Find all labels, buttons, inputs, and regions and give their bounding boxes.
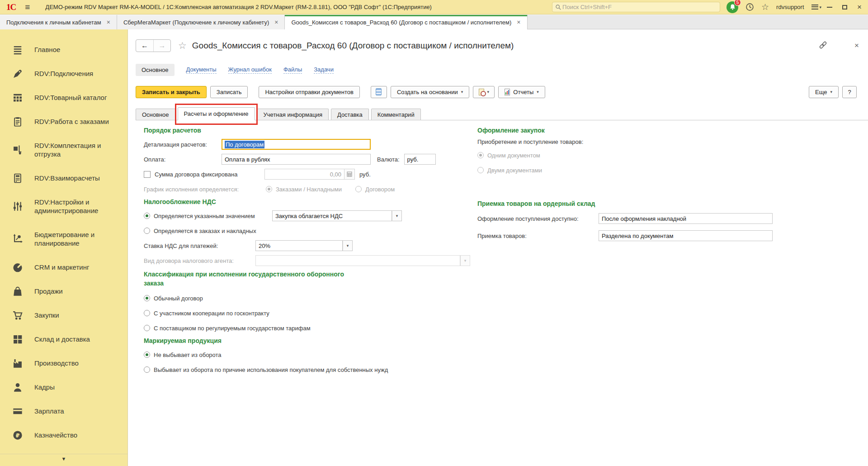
service-menu-button[interactable]: ▾	[811, 5, 822, 10]
radio-label: Одним документом	[487, 152, 540, 159]
receiving-available-label: Оформление поступления доступно:	[477, 215, 599, 222]
current-user[interactable]: rdvsupport	[776, 4, 804, 10]
forward-button[interactable]: →	[153, 40, 170, 52]
sidebar-item-rdv-orders[interactable]: RDV:Работа с заказами	[0, 109, 127, 133]
detail-input[interactable]: По договорам	[222, 139, 371, 150]
sidebar-scroll-down[interactable]: ▼	[0, 454, 127, 466]
currency-input[interactable]: руб.	[404, 154, 436, 165]
sidebar-item-production[interactable]: Производство	[0, 351, 127, 375]
sidebar-item-main[interactable]: Главное	[0, 38, 127, 62]
sidebar-item-treasury[interactable]: ₽ Казначейство	[0, 423, 127, 447]
tab-delivery[interactable]: Доставка	[331, 109, 369, 120]
main-menu-icon[interactable]: ≡	[25, 3, 30, 11]
save-and-close-button[interactable]: Записать и закрыть	[136, 86, 207, 98]
receiving-available-input[interactable]: После оформления накладной	[599, 213, 773, 224]
minimize-button[interactable]	[827, 7, 832, 8]
window-tab-goods-contract[interactable]: Goods_Комиссия с товаров_Расход 60 (Дого…	[285, 15, 527, 29]
radio-label: Заказами / Накладными	[276, 186, 342, 193]
marking-radio-leaves[interactable]	[144, 366, 150, 373]
create-based-on-button[interactable]: Создать на основании ▾	[391, 86, 469, 98]
chevron-down-icon: ▾	[830, 90, 832, 94]
purchases-radio-two-docs[interactable]	[477, 167, 484, 173]
fixed-sum-checkbox[interactable]	[144, 171, 151, 178]
defense-radio-normal[interactable]	[144, 295, 150, 301]
payment-input[interactable]: Оплата в рублях	[222, 154, 371, 165]
calculator-grid-icon	[347, 171, 352, 177]
sidebar-item-rdv-connections[interactable]: RDV:Подключения	[0, 62, 127, 86]
sidebar-item-warehouse[interactable]: Склад и доставка	[0, 327, 127, 351]
tab-close-icon[interactable]: ×	[274, 19, 278, 26]
dropdown-button[interactable]: ▾	[392, 210, 402, 221]
form-tab-bar: Основное Расчеты и оформление Учетная ин…	[136, 107, 868, 120]
sidebar-item-hr[interactable]: Кадры	[0, 375, 127, 399]
marking-radio-stays[interactable]	[144, 352, 150, 358]
restore-button[interactable]	[842, 5, 847, 10]
favorites-button[interactable]: ☆	[761, 2, 769, 12]
navlink-error-log[interactable]: Журнал ошибок	[228, 66, 272, 74]
sidebar-item-rdv-settlements[interactable]: RDV:Взаиморасчеты	[0, 166, 127, 190]
global-search[interactable]	[552, 2, 720, 12]
vat-rate-combobox[interactable]: 20% ▾	[255, 240, 353, 251]
receiving-goods-input[interactable]: Разделена по документам	[599, 230, 773, 241]
vat-value-combobox[interactable]: Закупка облагается НДС ▾	[272, 210, 402, 221]
navlink-files[interactable]: Файлы	[283, 66, 302, 74]
sidebar-item-sales[interactable]: Продажи	[0, 279, 127, 303]
defense-radio-cooperation[interactable]	[144, 310, 150, 316]
sidebar-item-crm[interactable]: CRM и маркетинг	[0, 255, 127, 279]
dropdown-button[interactable]: ▾	[460, 255, 470, 266]
receiving-goods-label: Приемка товаров:	[477, 233, 599, 239]
search-input[interactable]	[561, 3, 717, 11]
reports-button[interactable]: Отчеты ▾	[498, 86, 545, 98]
page-title: Goods_Комиссия с товаров_Расход 60 (Дого…	[192, 41, 514, 51]
schedule-radio-contract[interactable]	[355, 186, 362, 192]
window-tab-connections[interactable]: Подключения к личным кабинетам ×	[0, 15, 117, 29]
field-value: руб.	[407, 156, 419, 163]
back-button[interactable]: ←	[136, 40, 153, 52]
tab-label: Подключения к личным кабинетам	[6, 19, 101, 26]
purchases-radio-one-doc[interactable]	[477, 152, 484, 158]
tab-accounting-info[interactable]: Учетная информация	[257, 109, 329, 120]
chevron-down-icon: ▾	[464, 258, 467, 263]
vat-by-value-radio[interactable]	[144, 213, 150, 219]
tab-close-icon[interactable]: ×	[517, 19, 520, 26]
sidebar-item-purchasing[interactable]: Закупки	[0, 303, 127, 327]
agent-contract-combobox[interactable]: ▾	[255, 255, 470, 266]
create-task-button[interactable]: ▾	[473, 86, 495, 98]
vat-by-orders-radio[interactable]	[144, 228, 150, 234]
help-button[interactable]: ?	[842, 86, 857, 98]
tab-close-icon[interactable]: ×	[107, 19, 110, 26]
application-title: ДЕМО-режим RDV Маркет RM-KA-MODEL / 1С:К…	[45, 4, 432, 10]
catalog-grid-icon	[13, 93, 23, 103]
sidebar-item-rdv-catalog[interactable]: RDV:Товарный каталог	[0, 86, 127, 109]
subordination-structure-button[interactable]	[371, 86, 387, 98]
field-value: 0,00	[265, 169, 344, 179]
tab-main[interactable]: Основное	[136, 109, 175, 120]
window-tab-sbermegamarket[interactable]: СберМегаМаркет (Подключение к личному ка…	[117, 15, 285, 29]
sidebar-item-rdv-admin[interactable]: RDV:Настройки и администрирование	[0, 190, 127, 223]
navlink-documents[interactable]: Документы	[186, 66, 217, 74]
favorite-star-icon[interactable]: ☆	[178, 40, 187, 51]
send-settings-button[interactable]: Настройки отправки документов	[259, 86, 360, 98]
calculator-button[interactable]	[344, 169, 354, 179]
fixed-sum-input[interactable]: 0,00	[264, 169, 355, 180]
notifications-button[interactable]: 5	[726, 1, 738, 13]
tab-comment[interactable]: Комментарий	[371, 109, 421, 120]
save-button[interactable]: Записать	[210, 86, 248, 98]
sidebar-item-budgeting[interactable]: Бюджетирование и планирование	[0, 223, 127, 255]
defense-radio-tariffs[interactable]	[144, 325, 150, 331]
navlink-main[interactable]: Основное	[136, 64, 175, 76]
window-close-button[interactable]: ×	[857, 3, 862, 11]
sidebar-item-rdv-shipping[interactable]: RDV:Комплектация и отгрузка	[0, 133, 127, 166]
history-button[interactable]	[745, 3, 754, 11]
form-nav-links: Основное Документы Журнал ошибок Файлы З…	[136, 64, 334, 76]
schedule-radio-orders[interactable]	[266, 186, 272, 192]
sidebar-item-financial-result[interactable]: Финансовый результат и контроллинг	[0, 447, 127, 454]
sidebar-item-salary[interactable]: Зарплата	[0, 399, 127, 423]
tab-calculations[interactable]: Расчеты и оформление	[178, 107, 255, 120]
get-link-button[interactable]	[819, 41, 827, 51]
dropdown-button[interactable]: ▾	[343, 240, 353, 251]
navlink-tasks[interactable]: Задачи	[314, 66, 334, 74]
bank-card-icon	[13, 406, 23, 416]
form-close-button[interactable]: ×	[854, 41, 859, 50]
more-button[interactable]: Еще ▾	[809, 86, 839, 98]
